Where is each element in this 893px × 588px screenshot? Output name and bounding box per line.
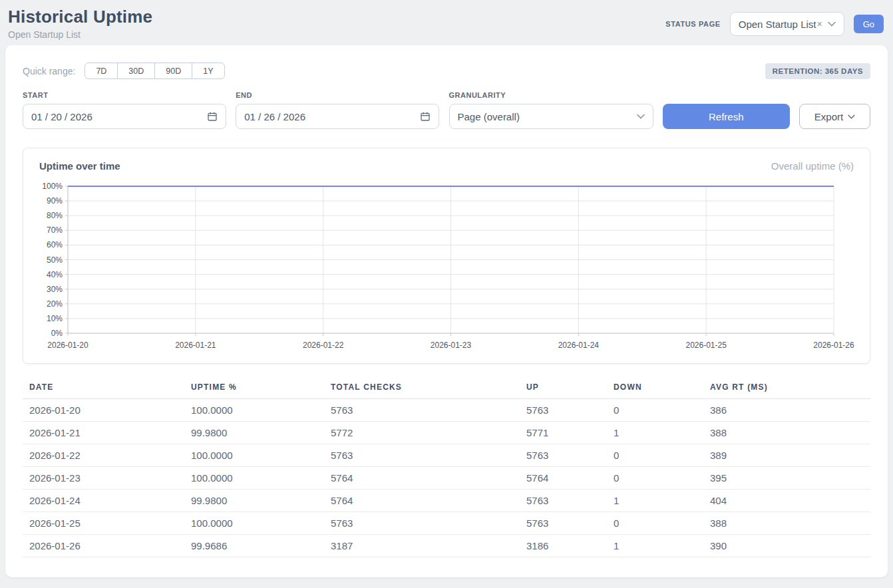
cell-down: 0 (607, 399, 703, 422)
svg-text:40%: 40% (47, 270, 63, 279)
cell-total-checks: 5764 (324, 467, 520, 490)
calendar-icon[interactable] (207, 111, 218, 122)
cell-uptime-pct: 99.9800 (184, 490, 324, 512)
end-date-value: 01 / 26 / 2026 (244, 111, 305, 122)
cell-total-checks: 3187 (324, 535, 520, 557)
cell-date: 2026-01-21 (23, 422, 184, 444)
main-card: Quick range: 7D30D90D1Y RETENTION: 365 D… (5, 45, 888, 577)
cell-date: 2026-01-25 (23, 512, 184, 535)
cell-date: 2026-01-22 (23, 444, 184, 467)
cell-total-checks: 5763 (324, 399, 520, 422)
svg-text:0%: 0% (51, 329, 63, 338)
end-date-input[interactable]: 01 / 26 / 2026 (236, 104, 439, 129)
quick-range-button[interactable]: 7D (85, 63, 118, 79)
calendar-icon[interactable] (420, 111, 431, 122)
end-date-field: END 01 / 26 / 2026 (236, 91, 439, 129)
table-row: 2026-01-22 100.0000 5763 5763 0 389 (23, 444, 870, 467)
cell-up: 5763 (520, 490, 607, 512)
table-row: 2026-01-20 100.0000 5763 5763 0 386 (23, 399, 870, 422)
cell-down: 0 (607, 444, 703, 467)
svg-text:30%: 30% (47, 285, 63, 294)
quick-range-button[interactable]: 90D (154, 63, 192, 79)
cell-avg-rt: 389 (703, 444, 870, 467)
chevron-down-icon (637, 114, 645, 119)
quick-range-label: Quick range: (23, 66, 75, 76)
status-page-value: Open Startup List (739, 19, 816, 30)
svg-text:50%: 50% (47, 255, 63, 265)
cell-up: 5763 (520, 444, 607, 467)
go-button[interactable]: Go (854, 15, 884, 33)
cell-uptime-pct: 100.0000 (184, 512, 324, 535)
cell-uptime-pct: 100.0000 (184, 467, 324, 490)
cell-avg-rt: 388 (703, 422, 870, 444)
table-row: 2026-01-21 99.9800 5772 5771 1 388 (23, 422, 870, 444)
cell-date: 2026-01-20 (23, 399, 184, 422)
table-header-cell: UPTIME % (184, 380, 324, 399)
granularity-label: GRANULARITY (449, 91, 653, 99)
cell-uptime-pct: 99.9800 (184, 422, 324, 444)
chart-title: Uptime over time (39, 160, 120, 172)
granularity-select[interactable]: Page (overall) (449, 104, 653, 129)
page-header: Historical Uptime Open Startup List STAT… (0, 0, 893, 45)
title-block: Historical Uptime Open Startup List (8, 7, 152, 40)
uptime-table: DATEUPTIME %TOTAL CHECKSUPDOWNAVG RT (MS… (23, 380, 870, 557)
cell-up: 5764 (520, 467, 607, 490)
svg-text:100%: 100% (42, 182, 63, 191)
cell-up: 5763 (520, 512, 607, 535)
svg-text:20%: 20% (47, 299, 63, 309)
cell-up: 3186 (520, 535, 607, 557)
quick-range-button[interactable]: 30D (117, 63, 155, 79)
table-head: DATEUPTIME %TOTAL CHECKSUPDOWNAVG RT (MS… (23, 380, 870, 399)
cell-date: 2026-01-26 (23, 535, 184, 557)
svg-text:2026-01-24: 2026-01-24 (558, 341, 600, 350)
chart-legend: Overall uptime (%) (771, 160, 854, 172)
cell-total-checks: 5763 (324, 444, 520, 467)
end-label: END (236, 91, 439, 99)
quick-range-button[interactable]: 1Y (192, 63, 224, 79)
cell-avg-rt: 388 (703, 512, 870, 535)
svg-text:80%: 80% (47, 211, 63, 220)
cell-uptime-pct: 100.0000 (184, 399, 324, 422)
svg-text:2026-01-23: 2026-01-23 (431, 341, 472, 350)
table-row: 2026-01-24 99.9800 5764 5763 1 404 (23, 490, 870, 512)
export-button[interactable]: Export (799, 104, 870, 129)
cell-avg-rt: 404 (703, 490, 870, 512)
page-title: Historical Uptime (8, 7, 152, 27)
export-label: Export (814, 111, 843, 122)
cell-down: 1 (607, 535, 703, 557)
uptime-chart: 0%10%20%30%40%50%60%70%80%90%100%2026-01… (34, 178, 860, 357)
cell-total-checks: 5763 (324, 512, 520, 535)
table-row: 2026-01-23 100.0000 5764 5764 0 395 (23, 467, 870, 490)
chart-card: Uptime over time Overall uptime (%) 0%10… (23, 148, 870, 364)
cell-date: 2026-01-24 (23, 490, 184, 512)
cell-uptime-pct: 100.0000 (184, 444, 324, 467)
clear-icon[interactable]: × (816, 19, 822, 29)
start-date-input[interactable]: 01 / 20 / 2026 (23, 104, 226, 129)
svg-text:10%: 10% (47, 314, 63, 323)
cell-total-checks: 5764 (324, 490, 520, 512)
filter-controls-row: START 01 / 20 / 2026 END 01 / 26 / 2026 … (23, 91, 870, 129)
cell-down: 1 (607, 422, 703, 444)
cell-up: 5763 (520, 399, 607, 422)
status-page-select[interactable]: Open Startup List × (730, 12, 844, 36)
status-page-controls: STATUS PAGE Open Startup List × Go (665, 12, 884, 36)
refresh-button[interactable]: Refresh (663, 104, 790, 129)
svg-text:70%: 70% (47, 225, 63, 235)
svg-text:2026-01-22: 2026-01-22 (303, 341, 344, 350)
page-subtitle: Open Startup List (8, 29, 152, 40)
cell-date: 2026-01-23 (23, 467, 184, 490)
svg-text:2026-01-20: 2026-01-20 (47, 341, 89, 350)
cell-total-checks: 5772 (324, 422, 520, 444)
granularity-field: GRANULARITY Page (overall) (449, 91, 653, 129)
table-header-cell: DOWN (607, 380, 703, 399)
cell-uptime-pct: 99.9686 (184, 535, 324, 557)
cell-down: 0 (607, 512, 703, 535)
chart-header: Uptime over time Overall uptime (%) (34, 160, 859, 172)
svg-text:90%: 90% (47, 196, 63, 206)
table-header-cell: UP (520, 380, 607, 399)
table-row: 2026-01-25 100.0000 5763 5763 0 388 (23, 512, 870, 535)
quick-range-group: 7D30D90D1Y (85, 63, 224, 79)
svg-text:2026-01-26: 2026-01-26 (813, 341, 854, 350)
start-date-field: START 01 / 20 / 2026 (23, 91, 226, 129)
chevron-down-icon (828, 21, 836, 27)
